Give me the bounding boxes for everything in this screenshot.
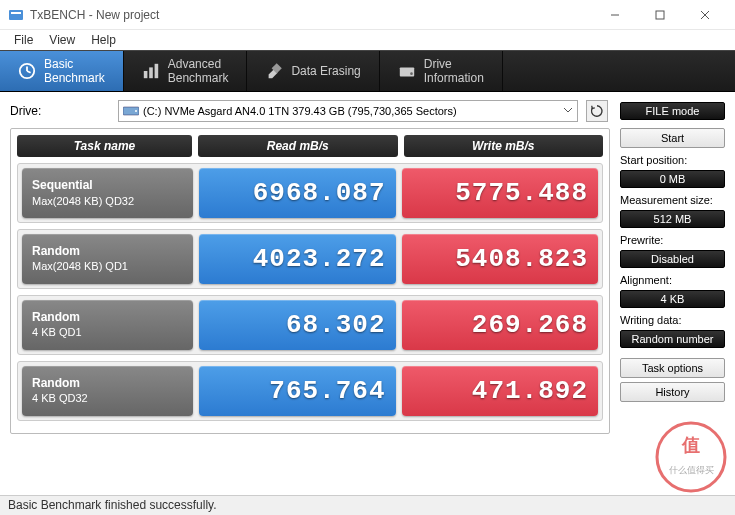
drive-select[interactable]: (C:) NVMe Asgard AN4.0 1TN 379.43 GB (79… <box>118 100 578 122</box>
menu-file[interactable]: File <box>6 31 41 49</box>
menu-help[interactable]: Help <box>83 31 124 49</box>
tab-advanced-benchmark[interactable]: AdvancedBenchmark <box>124 51 248 91</box>
result-row: Random4 KB QD32 765.764 471.892 <box>17 361 603 421</box>
menu-view[interactable]: View <box>41 31 83 49</box>
svg-text:值: 值 <box>681 435 700 455</box>
write-value[interactable]: 471.892 <box>402 366 599 416</box>
alignment-label: Alignment: <box>620 274 725 286</box>
task-button[interactable]: Random4 KB QD1 <box>22 300 193 350</box>
svg-rect-10 <box>149 67 153 78</box>
close-button[interactable] <box>682 0 727 30</box>
svg-rect-0 <box>9 10 23 20</box>
writing-data-button[interactable]: Random number <box>620 330 725 348</box>
status-bar: Basic Benchmark finished successfully. <box>0 495 735 515</box>
read-value[interactable]: 765.764 <box>199 366 396 416</box>
write-value[interactable]: 5775.488 <box>402 168 599 218</box>
history-button[interactable]: History <box>620 382 725 402</box>
svg-text:什么值得买: 什么值得买 <box>669 465 714 475</box>
read-value[interactable]: 4023.272 <box>199 234 396 284</box>
drive-selected-text: (C:) NVMe Asgard AN4.0 1TN 379.43 GB (79… <box>143 105 457 117</box>
tab-drive-information[interactable]: DriveInformation <box>380 51 503 91</box>
task-button[interactable]: SequentialMax(2048 KB) QD32 <box>22 168 193 218</box>
drive-label: Drive: <box>10 104 110 118</box>
result-row: RandomMax(2048 KB) QD1 4023.272 5408.823 <box>17 229 603 289</box>
read-value[interactable]: 6968.087 <box>199 168 396 218</box>
refresh-icon <box>590 104 604 118</box>
maximize-button[interactable] <box>637 0 682 30</box>
header-write: Write mB/s <box>404 135 604 157</box>
erase-icon <box>265 62 283 80</box>
alignment-button[interactable]: 4 KB <box>620 290 725 308</box>
window-title: TxBENCH - New project <box>30 8 592 22</box>
header-task: Task name <box>17 135 192 157</box>
measurement-size-button[interactable]: 512 MB <box>620 210 725 228</box>
result-row: SequentialMax(2048 KB) QD32 6968.087 577… <box>17 163 603 223</box>
start-position-button[interactable]: 0 MB <box>620 170 725 188</box>
disk-icon <box>123 105 139 117</box>
svg-rect-11 <box>154 64 158 78</box>
file-mode-button[interactable]: FILE mode <box>620 102 725 120</box>
task-button[interactable]: RandomMax(2048 KB) QD1 <box>22 234 193 284</box>
minimize-button[interactable] <box>592 0 637 30</box>
tab-data-erasing[interactable]: Data Erasing <box>247 51 379 91</box>
refresh-button[interactable] <box>586 100 608 122</box>
tab-basic-benchmark[interactable]: BasicBenchmark <box>0 51 124 91</box>
start-button[interactable]: Start <box>620 128 725 148</box>
prewrite-label: Prewrite: <box>620 234 725 246</box>
svg-point-16 <box>135 110 137 112</box>
writing-data-label: Writing data: <box>620 314 725 326</box>
svg-rect-13 <box>400 67 414 76</box>
task-button[interactable]: Random4 KB QD32 <box>22 366 193 416</box>
app-icon <box>8 7 24 23</box>
bars-icon <box>142 62 160 80</box>
results-panel: Task name Read mB/s Write mB/s Sequentia… <box>10 128 610 434</box>
read-value[interactable]: 68.302 <box>199 300 396 350</box>
svg-rect-1 <box>11 12 21 14</box>
svg-point-14 <box>410 72 413 75</box>
svg-line-8 <box>27 71 31 73</box>
prewrite-button[interactable]: Disabled <box>620 250 725 268</box>
clock-icon <box>18 62 36 80</box>
drive-icon <box>398 62 416 80</box>
task-options-button[interactable]: Task options <box>620 358 725 378</box>
chevron-down-icon <box>563 105 573 117</box>
result-row: Random4 KB QD1 68.302 269.268 <box>17 295 603 355</box>
svg-rect-9 <box>144 71 148 78</box>
header-read: Read mB/s <box>198 135 398 157</box>
svg-rect-3 <box>656 11 664 19</box>
start-position-label: Start position: <box>620 154 725 166</box>
write-value[interactable]: 269.268 <box>402 300 599 350</box>
write-value[interactable]: 5408.823 <box>402 234 599 284</box>
measurement-size-label: Measurement size: <box>620 194 725 206</box>
